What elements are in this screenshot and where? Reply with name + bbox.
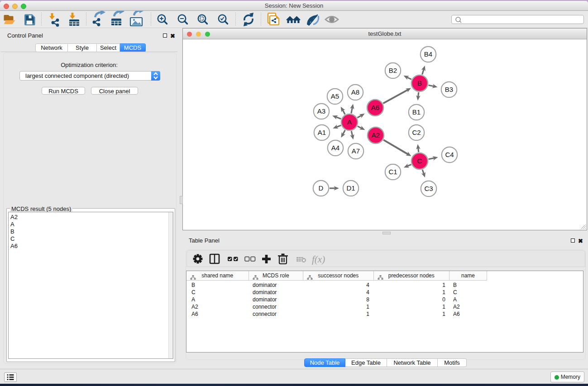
svg-text:A6: A6 [371, 104, 379, 111]
svg-text:A7: A7 [352, 147, 360, 155]
svg-text:C: C [417, 157, 422, 165]
svg-text:A4: A4 [331, 144, 339, 152]
svg-text:C4: C4 [445, 151, 454, 158]
svg-text:A1: A1 [318, 129, 326, 136]
svg-text:f(x): f(x) [312, 254, 325, 265]
svg-text:B2: B2 [389, 67, 397, 74]
svg-text:D: D [319, 184, 324, 192]
svg-text:A3: A3 [317, 107, 325, 115]
svg-text:B3: B3 [445, 86, 453, 93]
svg-text:B1: B1 [412, 108, 421, 116]
svg-text:C3: C3 [424, 185, 433, 192]
svg-text:C2: C2 [412, 129, 421, 136]
svg-text:A2: A2 [372, 131, 380, 139]
svg-text:A5: A5 [331, 92, 339, 100]
svg-text:C1: C1 [388, 168, 397, 176]
svg-text:A8: A8 [351, 88, 359, 96]
svg-text:B4: B4 [424, 50, 432, 58]
svg-text:A: A [347, 118, 352, 126]
svg-text:B: B [417, 79, 422, 87]
svg-text:D1: D1 [346, 184, 355, 192]
